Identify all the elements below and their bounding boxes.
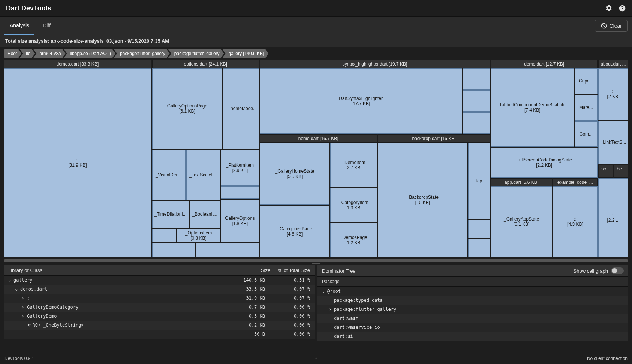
list-item[interactable]: dart:wasm — [317, 314, 628, 323]
treemap-node[interactable] — [463, 90, 490, 112]
treemap-header-demo[interactable]: demo.dart [12.7 KB] — [491, 60, 597, 68]
treemap-header-app[interactable]: app.dart [6.6 KB] — [491, 178, 552, 186]
treemap-node[interactable]: _ThemeMode... — [223, 68, 259, 149]
toggle-label: Show call graph — [574, 268, 608, 274]
treemap-node[interactable]: _DemosPage [1.2 KB] — [330, 223, 377, 257]
treemap-node[interactable]: _TimeDilationI... — [152, 201, 189, 228]
treemap-header-options[interactable]: options.dart [24.1 KB] — [152, 60, 259, 68]
treemap-node[interactable]: _PlatformItem [2.9 KB] — [221, 150, 259, 186]
table-row[interactable]: 50 B0.00 % — [4, 330, 315, 339]
crumb-lib[interactable]: lib — [20, 49, 35, 58]
call-graph-toggle[interactable] — [611, 267, 624, 274]
table-row[interactable]: ›GalleryDemoCategory0.7 KB0.00 % — [4, 303, 315, 312]
table-row[interactable]: ›::31.9 KB0.07 % — [4, 294, 315, 303]
treemap-header-them[interactable]: them... — [614, 165, 628, 178]
breadcrumb: Root lib arm64-v8a libapp.so (Dart AOT) … — [0, 47, 632, 60]
treemap-node[interactable] — [221, 186, 259, 199]
treemap-scrollbar[interactable] — [4, 258, 628, 263]
treemap-node[interactable]: _BooleanIt... — [190, 201, 220, 228]
treemap-node[interactable]: DartSyntaxHighlighter [17.7 KB] — [260, 68, 462, 134]
col-library: Library or Class — [8, 267, 42, 273]
table-row[interactable]: <(RO) _OneByteString>0.2 KB0.00 % — [4, 321, 315, 330]
treemap-node[interactable]: TabbedComponentDemoScaffold [7.4 KB] — [491, 68, 574, 147]
crumb-root[interactable]: Root — [4, 49, 21, 58]
dominator-panel: Dominator Tree Show call graph Package ⌄… — [317, 265, 628, 352]
treemap-node[interactable]: :: [2.2 ... — [598, 178, 628, 257]
tab-diff[interactable]: Diff — [37, 17, 56, 35]
treemap-header-syntax[interactable]: syntax_highlighter.dart [19.7 KB] — [260, 60, 490, 68]
list-item[interactable]: ⌄@root — [317, 287, 628, 296]
list-item[interactable]: dart:ui — [317, 332, 628, 341]
treemap-node[interactable]: :: [4.3 KB] — [553, 186, 598, 257]
treemap-node[interactable] — [463, 68, 490, 90]
treemap-node[interactable]: _LinkTextS... — [598, 121, 628, 164]
list-item[interactable]: package:typed_data — [317, 296, 628, 305]
library-panel: Library or Class Size % of Total Size ⌄g… — [4, 265, 315, 352]
analysis-title: Total size analysis: apk-code-size-analy… — [0, 35, 632, 47]
table-row[interactable]: ›GalleryDemo0.3 KB0.00 % — [4, 312, 315, 321]
treemap-node[interactable]: _TextScaleF... — [186, 150, 220, 200]
treemap-node[interactable]: _BackdropState [10 KB] — [378, 143, 467, 257]
app-title: Dart DevTools — [6, 4, 51, 12]
treemap-header-sc[interactable]: sc... — [598, 165, 613, 178]
treemap-header-example[interactable]: example_code_... — [553, 178, 598, 186]
treemap-node[interactable]: :: [2 KB] — [598, 68, 628, 120]
status-center: • — [315, 356, 317, 361]
package-subhead: Package — [317, 277, 628, 287]
treemap-node[interactable]: _OptionsItem [0.8 KB] — [177, 229, 220, 242]
treemap-node[interactable]: _CategoriesPage [4.6 KB] — [260, 206, 330, 257]
list-item[interactable]: dart:vmservice_io — [317, 323, 628, 332]
treemap-node[interactable]: Cupe... — [575, 68, 598, 94]
treemap-node[interactable]: GalleryOptions [1.8 KB] — [221, 200, 259, 242]
status-connection: No client connection — [587, 356, 628, 361]
list-item[interactable]: ›package:flutter_gallery — [317, 305, 628, 314]
help-icon[interactable] — [619, 4, 626, 12]
svg-line-1 — [602, 24, 605, 28]
treemap-node[interactable]: GalleryOptionsPage [6.1 KB] — [152, 68, 223, 149]
treemap-node[interactable] — [152, 243, 195, 257]
treemap-node[interactable]: Com... — [575, 121, 598, 147]
treemap-node[interactable]: _DemoItem [2.7 KB] — [330, 143, 377, 187]
clear-button[interactable]: Clear — [595, 20, 628, 32]
treemap-node[interactable]: FullScreenCodeDialogState [2.2 KB] — [491, 148, 597, 178]
treemap-node[interactable]: _VisualDen... — [152, 150, 186, 200]
col-pct: % of Total Size — [278, 267, 310, 273]
treemap-node[interactable] — [152, 229, 176, 242]
treemap-node[interactable]: _Tap... — [468, 143, 490, 219]
treemap-header-demos[interactable]: demos.dart [33.3 KB] — [4, 60, 151, 68]
crumb-arch[interactable]: arm64-v8a — [33, 49, 65, 58]
gear-icon[interactable] — [605, 4, 613, 12]
crumb-pkg1[interactable]: package:flutter_gallery — [114, 49, 170, 58]
treemap-node[interactable]: _GalleryAppState [6.1 KB] — [491, 186, 552, 257]
dominator-title: Dominator Tree — [322, 268, 356, 274]
treemap-node[interactable] — [463, 112, 490, 134]
col-size: Size — [261, 267, 270, 273]
treemap-node[interactable]: Mate... — [575, 95, 598, 121]
tab-analysis[interactable]: Analysis — [4, 17, 34, 35]
block-icon — [601, 22, 607, 29]
treemap-header-about[interactable]: about.dart ... — [598, 60, 628, 68]
crumb-libapp[interactable]: libapp.so (Dart AOT) — [64, 49, 115, 58]
treemap-header-backdrop[interactable]: backdrop.dart [16 KB] — [378, 134, 490, 143]
table-row[interactable]: ⌄gallery140.6 KB0.31 % — [4, 276, 315, 285]
treemap-node[interactable]: :: [31.9 KB] — [4, 68, 151, 257]
treemap-node[interactable]: _GalleryHomeState [5.5 KB] — [260, 143, 330, 205]
treemap: demos.dart [33.3 KB] :: [31.9 KB] option… — [0, 60, 632, 258]
table-row[interactable]: ⌄demos.dart33.3 KB0.07 % — [4, 285, 315, 294]
treemap-node[interactable] — [468, 239, 490, 257]
clear-label: Clear — [610, 23, 622, 29]
status-version: DevTools 0.9.1 — [4, 356, 34, 361]
crumb-pkg2[interactable]: package:flutter_gallery — [168, 49, 224, 58]
crumb-gallery[interactable]: gallery [140.6 KB] — [223, 49, 269, 58]
treemap-node[interactable] — [196, 243, 259, 257]
treemap-node[interactable]: _CategoryItem [1.3 KB] — [330, 188, 377, 222]
treemap-node[interactable] — [468, 220, 490, 238]
treemap-header-home[interactable]: home.dart [16.7 KB] — [260, 134, 377, 143]
